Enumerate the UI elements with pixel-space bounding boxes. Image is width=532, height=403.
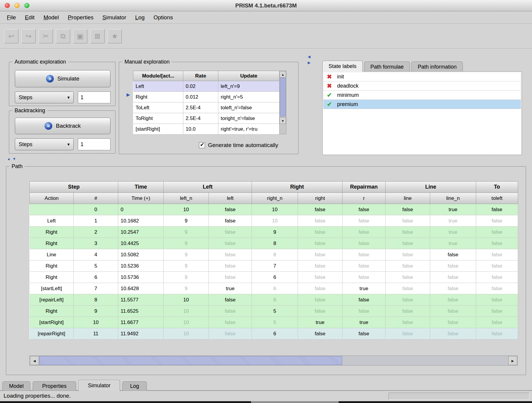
path-row-7[interactable]: [startLeft]710.64289true6falsetruefalsef… [30, 283, 518, 294]
generate-time-checkbox[interactable] [199, 142, 205, 148]
backtrack-steps-input[interactable] [78, 138, 110, 150]
forward-arrow-button[interactable]: ↪ [21, 29, 36, 43]
collapse-right-icon[interactable]: ▶ [308, 61, 310, 65]
scroll-down-arrow[interactable]: ▼ [280, 117, 286, 124]
path-group-left: Left [164, 181, 252, 193]
path-row-3[interactable]: Right310.44259false8falsefalsefalsetruef… [30, 238, 518, 249]
paste-icon: ▣ [77, 32, 84, 40]
tab-path-information[interactable]: Path information [411, 61, 463, 72]
menu-log[interactable]: Log [131, 11, 149, 24]
chevron-down-icon: ▼ [67, 142, 70, 147]
menu-simulator[interactable]: Simulator [98, 11, 131, 24]
label-name: minimum [337, 92, 359, 98]
cut-icon: ✂ [43, 32, 49, 40]
path-group-line: Line [386, 181, 476, 193]
tab-simulator[interactable]: Simulator [78, 380, 120, 391]
label-item-deadlock[interactable]: ✖deadlock [323, 81, 521, 91]
path-row-9[interactable]: Right911.652510false5falsefalsefalsefals… [30, 306, 518, 317]
copy-button[interactable]: ⧉ [56, 29, 70, 43]
manual-col-rate: Rate [183, 71, 218, 81]
path-col-left: left [209, 193, 252, 204]
path-table: StepTimeLeftRightRepairmanLineToAction#T… [29, 181, 518, 339]
state-labels-list: ✖init✖deadlock✔minimum✔premium [322, 71, 522, 155]
tab-state-labels[interactable]: State labels [322, 61, 363, 72]
menu-file[interactable]: File [2, 11, 20, 24]
horizontal-split-divider[interactable] [4, 159, 528, 162]
backtrack-steps-dropdown[interactable]: Steps ▼ [15, 138, 74, 150]
path-row-10[interactable]: [startRight]1011.667710false5truetruefal… [30, 317, 518, 328]
desktop-edge [339, 401, 532, 403]
path-group-step: Step [30, 181, 118, 193]
tab-model[interactable]: Model [2, 381, 30, 391]
path-group-repairman: Repairman [342, 181, 386, 193]
path-row-8[interactable]: [repairLeft]811.557710false6falsefalsefa… [30, 294, 518, 306]
label-item-premium[interactable]: ✔premium [323, 99, 521, 109]
check-icon: ✔ [326, 101, 333, 108]
collapse-up-icon[interactable]: ▲ [7, 157, 11, 161]
manual-row-startright[interactable]: [startRight]10.0right'=true, r'=tru [133, 124, 280, 135]
path-col-left-n: left_n [164, 193, 209, 204]
label-item-init[interactable]: ✖init [323, 72, 521, 81]
manual-exploration-panel: Manual exploration ▶ Module/[act...RateU… [119, 62, 299, 154]
toolbar: ↩↪✂⧉▣⊠★ [0, 24, 532, 49]
path-row-5[interactable]: Right510.52369false7falsefalsefalsefalse… [30, 260, 518, 272]
simulate-button[interactable]: » Simulate [15, 70, 110, 87]
tab-path-formulae[interactable]: Path formulae [364, 61, 410, 72]
tab-properties[interactable]: Properties [33, 381, 76, 391]
path-scrollbar[interactable]: ◀ ▶ [29, 355, 518, 366]
path-row-0[interactable]: 0010false10falsefalsefalsetruefalse [30, 204, 518, 215]
path-row-2[interactable]: Right210.25479false9falsefalsefalsetruef… [30, 227, 518, 238]
tab-log[interactable]: Log [122, 381, 147, 391]
delete-button[interactable]: ⊠ [90, 29, 105, 43]
manual-row-toright[interactable]: ToRight2.5E-4toright_n'=false [133, 113, 280, 124]
vertical-split-divider: ◀ ▶ [308, 55, 310, 65]
path-col-line: line [386, 193, 430, 204]
scroll-left-arrow[interactable]: ◀ [30, 356, 39, 365]
cross-icon: ✖ [326, 82, 333, 89]
path-row-4[interactable]: Line410.50829false8falsefalsefalsefalsef… [30, 249, 518, 260]
label-item-minimum[interactable]: ✔minimum [323, 90, 521, 100]
simulate-steps-dropdown[interactable]: Steps ▼ [15, 91, 74, 103]
path-row-11[interactable]: [repairRight]1111.949210false6falsefalse… [30, 328, 518, 339]
cut-button[interactable]: ✂ [39, 29, 53, 43]
manual-exploration-title: Manual exploration [122, 59, 172, 65]
scroll-up-arrow[interactable]: ▲ [280, 71, 286, 78]
collapse-left-icon[interactable]: ◀ [308, 55, 310, 59]
manual-row-left[interactable]: Left0.02left_n'=9 [133, 81, 280, 92]
path-col-right: right [298, 193, 342, 204]
path-col-right-n: right_n [252, 193, 298, 204]
back-arrow-button[interactable]: ↩ [4, 29, 18, 43]
menu-model[interactable]: Model [39, 11, 63, 24]
path-group-to: To [476, 181, 518, 193]
labels-tab-bar: State labelsPath formulaePath informatio… [322, 61, 464, 72]
manual-row-toleft[interactable]: ToLeft2.5E-4toleft_n'=false [133, 102, 280, 113]
selected-transition-marker: ▶ [127, 92, 130, 97]
simulate-steps-input[interactable] [78, 91, 110, 103]
backtrack-label: Backtrack [56, 123, 80, 129]
menu-bar: FileEditModelPropertiesSimulatorLogOptio… [0, 11, 532, 24]
path-col-time: Time (+) [118, 193, 164, 204]
scroll-right-arrow[interactable]: ▶ [508, 356, 517, 365]
manual-col-update: Update [218, 71, 280, 81]
backtrack-button[interactable]: « Backtrack [15, 118, 110, 134]
star-button[interactable]: ★ [108, 29, 122, 43]
label-name: premium [337, 101, 358, 108]
simulate-steps-dropdown-value: Steps [19, 94, 32, 101]
bottom-tab-bar: ModelPropertiesSimulatorLog [0, 379, 532, 391]
paste-button[interactable]: ▣ [73, 29, 87, 43]
automatic-exploration-title: Automatic exploration [12, 59, 68, 65]
path-col-line-n: line_n [430, 193, 476, 204]
manual-table-scrollbar[interactable]: ▲ ▼ [279, 71, 286, 134]
menu-options[interactable]: Options [149, 11, 177, 24]
manual-row-right[interactable]: Right0.012right_n'=5 [133, 92, 280, 102]
collapse-down-icon[interactable]: ▼ [12, 157, 16, 161]
title-bar[interactable]: PRISM 4.1.beta.r6673M [0, 0, 532, 11]
scrollbar-thumb[interactable] [39, 356, 342, 365]
scrollbar-thumb[interactable] [280, 78, 286, 116]
path-row-1[interactable]: Left110.16829false10falsefalsefalsetruef… [30, 215, 518, 227]
manual-table: Module/[act...RateUpdateLeft0.02left_n'=… [133, 71, 280, 135]
menu-edit[interactable]: Edit [20, 11, 39, 24]
menu-properties[interactable]: Properties [63, 11, 98, 24]
path-row-6[interactable]: Right610.57369false6falsefalsefalsefalse… [30, 272, 518, 283]
cross-icon: ✖ [326, 73, 333, 80]
